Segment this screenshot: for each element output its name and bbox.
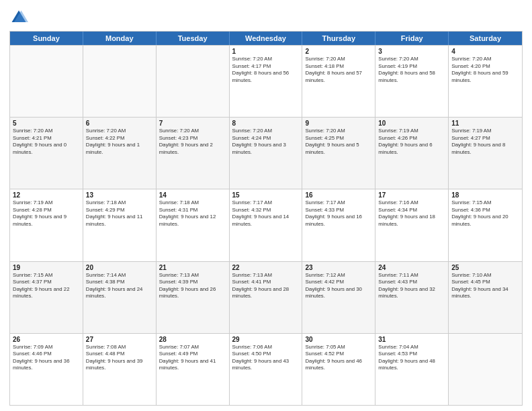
day-number: 6 [86, 120, 153, 127]
day-number: 25 [451, 264, 519, 271]
day-number: 27 [86, 336, 153, 343]
cell-info: Sunrise: 7:12 AM Sunset: 4:42 PM Dayligh… [305, 272, 372, 300]
cell-info: Sunrise: 7:20 AM Sunset: 4:25 PM Dayligh… [305, 128, 372, 156]
cell-info: Sunrise: 7:15 AM Sunset: 4:37 PM Dayligh… [13, 272, 80, 300]
cal-cell-empty [157, 46, 230, 117]
cal-cell-day-4: 4Sunrise: 7:20 AM Sunset: 4:20 PM Daylig… [449, 46, 522, 117]
day-number: 23 [305, 264, 372, 271]
day-header-tuesday: Tuesday [157, 32, 230, 45]
cell-info: Sunrise: 7:20 AM Sunset: 4:22 PM Dayligh… [86, 128, 153, 156]
cell-info: Sunrise: 7:04 AM Sunset: 4:53 PM Dayligh… [378, 344, 445, 372]
day-number: 28 [159, 336, 226, 343]
calendar-row-2: 5Sunrise: 7:20 AM Sunset: 4:21 PM Daylig… [10, 117, 522, 189]
cal-cell-day-27: 27Sunrise: 7:08 AM Sunset: 4:48 PM Dayli… [83, 334, 157, 405]
cal-cell-day-10: 10Sunrise: 7:19 AM Sunset: 4:26 PM Dayli… [375, 118, 449, 189]
cell-info: Sunrise: 7:19 AM Sunset: 4:28 PM Dayligh… [13, 199, 80, 228]
day-number: 16 [305, 191, 372, 199]
day-number: 30 [305, 336, 372, 343]
cell-info: Sunrise: 7:20 AM Sunset: 4:23 PM Dayligh… [159, 128, 226, 156]
cell-info: Sunrise: 7:20 AM Sunset: 4:20 PM Dayligh… [451, 56, 519, 84]
cell-info: Sunrise: 7:09 AM Sunset: 4:46 PM Dayligh… [13, 344, 80, 372]
calendar-row-3: 12Sunrise: 7:19 AM Sunset: 4:28 PM Dayli… [10, 189, 522, 261]
cal-cell-day-6: 6Sunrise: 7:20 AM Sunset: 4:22 PM Daylig… [83, 118, 157, 189]
cal-cell-day-30: 30Sunrise: 7:05 AM Sunset: 4:52 PM Dayli… [302, 334, 375, 405]
day-number: 20 [86, 264, 153, 271]
cell-info: Sunrise: 7:20 AM Sunset: 4:24 PM Dayligh… [232, 128, 300, 156]
day-number: 8 [232, 120, 300, 127]
day-number: 5 [13, 120, 80, 127]
cal-cell-day-1: 1Sunrise: 7:20 AM Sunset: 4:17 PM Daylig… [230, 46, 303, 117]
cell-info: Sunrise: 7:05 AM Sunset: 4:52 PM Dayligh… [305, 344, 372, 372]
cal-cell-day-28: 28Sunrise: 7:07 AM Sunset: 4:49 PM Dayli… [157, 334, 230, 405]
cal-cell-day-24: 24Sunrise: 7:11 AM Sunset: 4:43 PM Dayli… [375, 262, 449, 333]
cal-cell-day-5: 5Sunrise: 7:20 AM Sunset: 4:21 PM Daylig… [10, 118, 83, 189]
cal-cell-empty [449, 334, 522, 405]
day-header-thursday: Thursday [302, 32, 375, 45]
calendar-row-1: 1Sunrise: 7:20 AM Sunset: 4:17 PM Daylig… [10, 45, 522, 117]
day-number: 1 [232, 48, 300, 55]
cal-cell-day-23: 23Sunrise: 7:12 AM Sunset: 4:42 PM Dayli… [302, 262, 375, 333]
calendar-row-4: 19Sunrise: 7:15 AM Sunset: 4:37 PM Dayli… [10, 261, 522, 333]
cell-info: Sunrise: 7:17 AM Sunset: 4:33 PM Dayligh… [305, 199, 372, 228]
cell-info: Sunrise: 7:20 AM Sunset: 4:18 PM Dayligh… [305, 56, 372, 84]
cal-cell-day-29: 29Sunrise: 7:06 AM Sunset: 4:50 PM Dayli… [230, 334, 303, 405]
day-number: 26 [13, 336, 80, 343]
cal-cell-empty [10, 46, 83, 117]
cell-info: Sunrise: 7:18 AM Sunset: 4:29 PM Dayligh… [86, 199, 153, 228]
cell-info: Sunrise: 7:20 AM Sunset: 4:17 PM Dayligh… [232, 56, 300, 84]
cell-info: Sunrise: 7:19 AM Sunset: 4:26 PM Dayligh… [378, 128, 445, 156]
cal-cell-day-31: 31Sunrise: 7:04 AM Sunset: 4:53 PM Dayli… [375, 334, 449, 405]
day-header-monday: Monday [83, 32, 157, 45]
day-number: 21 [159, 264, 226, 271]
day-header-friday: Friday [375, 32, 449, 45]
day-number: 18 [451, 191, 519, 199]
day-header-sunday: Sunday [10, 32, 83, 45]
cell-info: Sunrise: 7:15 AM Sunset: 4:36 PM Dayligh… [451, 199, 519, 228]
day-number: 22 [232, 264, 300, 271]
cal-cell-day-26: 26Sunrise: 7:09 AM Sunset: 4:46 PM Dayli… [10, 334, 83, 405]
cal-cell-empty [83, 46, 157, 117]
day-number: 31 [378, 336, 445, 343]
logo-icon [9, 8, 28, 27]
logo [9, 8, 31, 27]
cell-info: Sunrise: 7:19 AM Sunset: 4:27 PM Dayligh… [451, 128, 519, 156]
day-number: 12 [13, 191, 80, 199]
day-header-wednesday: Wednesday [230, 32, 303, 45]
day-number: 7 [159, 120, 226, 127]
cell-info: Sunrise: 7:16 AM Sunset: 4:34 PM Dayligh… [378, 199, 445, 228]
cal-cell-day-2: 2Sunrise: 7:20 AM Sunset: 4:18 PM Daylig… [302, 46, 375, 117]
day-number: 3 [378, 48, 445, 55]
day-number: 11 [451, 120, 519, 127]
cal-cell-day-11: 11Sunrise: 7:19 AM Sunset: 4:27 PM Dayli… [449, 118, 522, 189]
cell-info: Sunrise: 7:13 AM Sunset: 4:41 PM Dayligh… [232, 272, 300, 300]
cell-info: Sunrise: 7:17 AM Sunset: 4:32 PM Dayligh… [232, 199, 300, 228]
day-number: 13 [86, 191, 153, 199]
cal-cell-day-19: 19Sunrise: 7:15 AM Sunset: 4:37 PM Dayli… [10, 262, 83, 333]
day-number: 14 [159, 191, 226, 199]
cell-info: Sunrise: 7:10 AM Sunset: 4:45 PM Dayligh… [451, 272, 519, 300]
calendar-row-5: 26Sunrise: 7:09 AM Sunset: 4:46 PM Dayli… [10, 333, 522, 405]
cell-info: Sunrise: 7:08 AM Sunset: 4:48 PM Dayligh… [86, 344, 153, 372]
day-number: 10 [378, 120, 445, 127]
cal-cell-day-16: 16Sunrise: 7:17 AM Sunset: 4:33 PM Dayli… [302, 189, 375, 261]
calendar: SundayMondayTuesdayWednesdayThursdayFrid… [9, 31, 523, 406]
day-number: 4 [451, 48, 519, 55]
cal-cell-day-13: 13Sunrise: 7:18 AM Sunset: 4:29 PM Dayli… [83, 189, 157, 261]
calendar-body: 1Sunrise: 7:20 AM Sunset: 4:17 PM Daylig… [10, 45, 522, 405]
cal-cell-day-25: 25Sunrise: 7:10 AM Sunset: 4:45 PM Dayli… [449, 262, 522, 333]
cell-info: Sunrise: 7:06 AM Sunset: 4:50 PM Dayligh… [232, 344, 300, 372]
day-number: 15 [232, 191, 300, 199]
cal-cell-day-9: 9Sunrise: 7:20 AM Sunset: 4:25 PM Daylig… [302, 118, 375, 189]
day-number: 24 [378, 264, 445, 271]
cal-cell-day-14: 14Sunrise: 7:18 AM Sunset: 4:31 PM Dayli… [157, 189, 230, 261]
day-number: 2 [305, 48, 372, 55]
cal-cell-day-18: 18Sunrise: 7:15 AM Sunset: 4:36 PM Dayli… [449, 189, 522, 261]
cell-info: Sunrise: 7:20 AM Sunset: 4:21 PM Dayligh… [13, 128, 80, 156]
cell-info: Sunrise: 7:07 AM Sunset: 4:49 PM Dayligh… [159, 344, 226, 372]
header [9, 8, 523, 27]
cell-info: Sunrise: 7:14 AM Sunset: 4:38 PM Dayligh… [86, 272, 153, 300]
cal-cell-day-12: 12Sunrise: 7:19 AM Sunset: 4:28 PM Dayli… [10, 189, 83, 261]
cal-cell-day-7: 7Sunrise: 7:20 AM Sunset: 4:23 PM Daylig… [157, 118, 230, 189]
day-number: 19 [13, 264, 80, 271]
calendar-header: SundayMondayTuesdayWednesdayThursdayFrid… [10, 32, 522, 45]
